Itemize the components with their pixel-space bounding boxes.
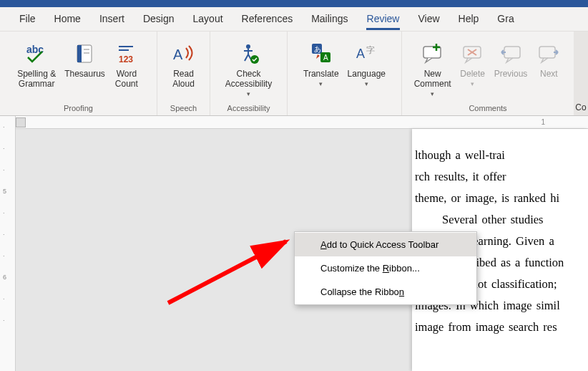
read-aloud-icon: A	[172, 39, 196, 67]
tab-layout[interactable]: Layout	[184, 9, 232, 30]
svg-rect-23	[504, 47, 520, 58]
next-comment-icon	[536, 39, 561, 67]
tab-references[interactable]: References	[232, 9, 303, 30]
svg-rect-24	[539, 47, 555, 58]
previous-comment-button[interactable]: Previous	[490, 36, 532, 79]
ctx-collapse-ribbon[interactable]: Collapse the Ribbon	[295, 280, 476, 304]
thesaurus-button[interactable]: Thesaurus	[60, 36, 109, 79]
read-aloud-button[interactable]: A Read Aloud	[167, 36, 201, 89]
svg-text:123: 123	[119, 54, 133, 64]
svg-text:A: A	[173, 47, 183, 62]
group-accessibility: Check Accessibility ▾ Accessibility	[210, 32, 288, 115]
horizontal-ruler[interactable]: 1	[16, 116, 588, 129]
ctx-customize-ribbon[interactable]: Customize the Ribbon...	[295, 256, 476, 280]
ctx-add-to-qat[interactable]: Add to Quick Access Toolbar	[295, 233, 476, 256]
svg-text:A: A	[323, 54, 328, 62]
titlebar	[0, 0, 588, 7]
tab-partial[interactable]: Gra	[488, 9, 523, 30]
svg-text:A: A	[356, 47, 365, 61]
tab-insert[interactable]: Insert	[90, 9, 134, 30]
svg-rect-2	[77, 45, 82, 62]
chevron-down-icon: ▾	[365, 80, 368, 87]
group-language: あA Translate ▾ A字 Language ▾	[288, 32, 402, 115]
word-count-button[interactable]: 123 Word Count	[109, 36, 144, 89]
annotation-arrow	[161, 231, 304, 310]
group-partial[interactable]: Co	[574, 32, 588, 115]
tab-view[interactable]: View	[408, 9, 449, 30]
chevron-down-icon: ▾	[471, 80, 474, 87]
ruler-tab-marker[interactable]	[16, 117, 26, 127]
previous-comment-icon	[499, 39, 523, 67]
wordcount-icon: 123	[114, 39, 139, 67]
accessibility-icon	[236, 39, 260, 67]
vertical-ruler[interactable]: · · · 5 · · · 6 · ·	[0, 116, 16, 371]
svg-rect-17	[423, 47, 441, 58]
doc-line: Several other studies	[415, 209, 588, 231]
ruler-h-label: 1	[541, 118, 545, 126]
tab-review[interactable]: Review	[358, 9, 409, 30]
delete-comment-icon	[461, 39, 485, 67]
tab-mailings[interactable]: Mailings	[302, 9, 357, 30]
chevron-down-icon: ▾	[247, 90, 250, 97]
svg-text:あ: あ	[314, 45, 321, 53]
doc-line: theme, or image, is ranked hi	[415, 188, 588, 209]
tab-file[interactable]: File	[10, 9, 45, 30]
chevron-down-icon: ▾	[431, 90, 434, 97]
svg-text:字: 字	[366, 45, 375, 55]
language-icon: A字	[354, 39, 378, 67]
tab-help[interactable]: Help	[449, 9, 489, 30]
next-comment-button[interactable]: Next	[531, 36, 566, 79]
context-menu: Add to Quick Access Toolbar Customize th…	[294, 231, 477, 305]
ribbon-tabs: File Home Insert Design Layout Reference…	[0, 7, 588, 32]
tab-design[interactable]: Design	[134, 9, 184, 30]
spellcheck-icon: abc	[24, 39, 49, 67]
group-speech: A Read Aloud Speech	[157, 32, 210, 115]
document-workspace: · · · 5 · · · 6 · · 1 lthough a well-tra…	[0, 116, 588, 371]
svg-point-9	[246, 44, 250, 49]
group-comments: New Comment ▾ Delete ▾ Previous	[402, 32, 574, 115]
thesaurus-icon	[73, 39, 97, 67]
tab-home[interactable]: Home	[45, 9, 90, 30]
chevron-down-icon: ▾	[319, 80, 323, 87]
new-comment-icon	[421, 39, 445, 67]
new-comment-button[interactable]: New Comment ▾	[410, 36, 456, 97]
check-accessibility-button[interactable]: Check Accessibility ▾	[221, 36, 276, 97]
ribbon: abc Spelling & Grammar Thesaurus 123 Wor…	[0, 32, 588, 116]
spelling-grammar-button[interactable]: abc Spelling & Grammar	[13, 36, 60, 89]
translate-icon: あA	[309, 39, 333, 67]
doc-line: lthough a well-trai	[415, 145, 588, 166]
delete-comment-button[interactable]: Delete ▾	[456, 36, 490, 87]
translate-button[interactable]: あA Translate ▾	[299, 36, 343, 87]
doc-line: image from image search res	[415, 317, 588, 338]
group-proofing: abc Spelling & Grammar Thesaurus 123 Wor…	[0, 32, 157, 115]
language-button[interactable]: A字 Language ▾	[343, 36, 390, 87]
svg-line-25	[168, 241, 286, 303]
doc-line: rch results, it offer	[415, 166, 588, 188]
